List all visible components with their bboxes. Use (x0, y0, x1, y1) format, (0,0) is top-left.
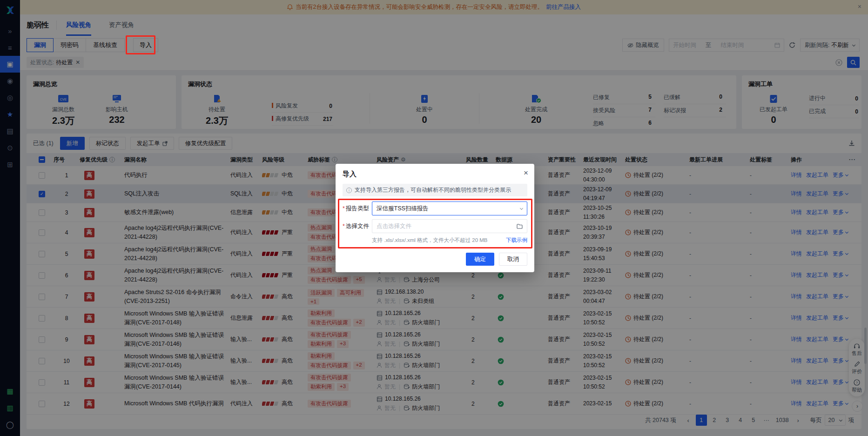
folder-icon (517, 224, 523, 229)
modal-info-banner: i 支持导入第三方报告，可自动解析不同的脆弱性类型并分类展示 (343, 184, 527, 196)
close-icon[interactable]: × (524, 168, 528, 178)
file-hint: 支持 .xls/.xlsx/.xml 格式，文件大小不超过 20 MB 下载示例 (372, 237, 527, 244)
modal-title: 导入 (343, 170, 527, 179)
cancel-button[interactable]: 取消 (499, 253, 527, 266)
report-type-select[interactable]: 深信服TSS扫描报告 (372, 201, 527, 215)
info-icon: i (346, 188, 352, 193)
report-type-label: *报告类型 (343, 205, 372, 213)
chevron-down-icon (520, 207, 523, 210)
file-input[interactable]: 点击选择文件 (372, 219, 527, 233)
download-sample-link[interactable]: 下载示例 (506, 237, 527, 244)
select-file-label: *选择文件 (343, 222, 372, 230)
import-modal: 导入 × i 支持导入第三方报告，可自动解析不同的脆弱性类型并分类展示 *报告类… (336, 164, 534, 272)
confirm-button[interactable]: 确定 (466, 253, 494, 266)
